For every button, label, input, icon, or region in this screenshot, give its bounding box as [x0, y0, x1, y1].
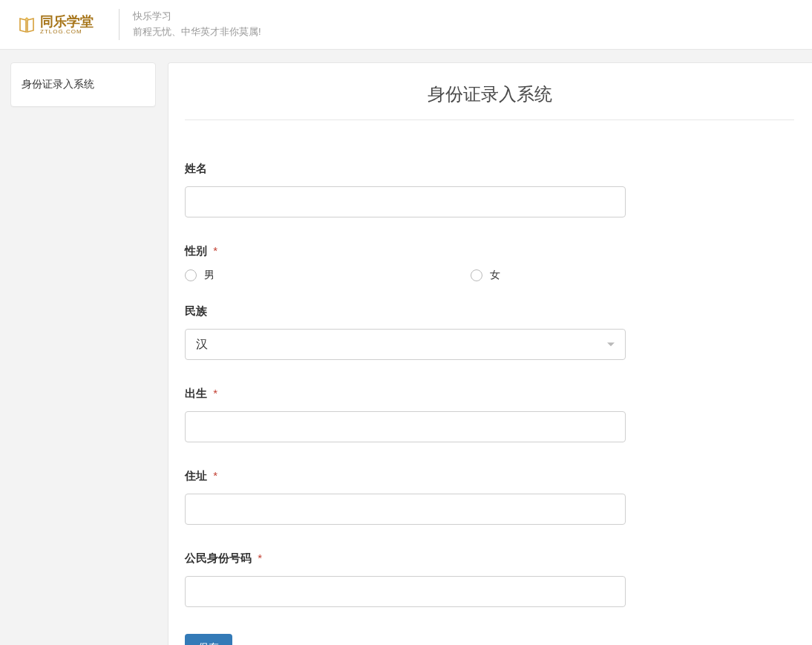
sidebar: 身份证录入系统: [10, 62, 156, 107]
slogan: 快乐学习 前程无忧、中华英才非你莫属!: [119, 9, 261, 40]
book-icon: [18, 16, 36, 33]
label-id-number: 公民身份号码 *: [185, 551, 626, 566]
main-panel: 身份证录入系统 姓名 性别 * 男 女: [168, 62, 812, 645]
label-birth-text: 出生: [185, 387, 207, 399]
slogan-line-1: 快乐学习: [133, 9, 261, 24]
logo[interactable]: 同乐学堂 ZTLOG.COM: [18, 15, 94, 35]
id-number-input[interactable]: [185, 576, 626, 607]
slogan-line-2: 前程无忧、中华英才非你莫属!: [133, 24, 261, 40]
field-ethnicity: 民族 汉: [185, 304, 626, 360]
ethnicity-selected-value: 汉: [196, 337, 208, 353]
radio-icon: [185, 269, 197, 281]
label-id-number-text: 公民身份号码: [185, 551, 252, 564]
required-mark: *: [213, 469, 217, 482]
brand-en: ZTLOG.COM: [40, 29, 94, 35]
field-address: 住址 *: [185, 469, 626, 525]
label-name: 姓名: [185, 162, 626, 176]
birth-input[interactable]: [185, 411, 626, 442]
radio-icon: [471, 269, 482, 281]
page-title: 身份证录入系统: [185, 82, 794, 120]
sidebar-item-idcard-system[interactable]: 身份证录入系统: [22, 78, 155, 91]
required-mark: *: [213, 244, 217, 257]
chevron-down-icon: [607, 343, 615, 347]
required-mark: *: [258, 551, 262, 564]
radio-label-male: 男: [204, 269, 215, 282]
header: 同乐学堂 ZTLOG.COM 快乐学习 前程无忧、中华英才非你莫属!: [0, 0, 812, 50]
label-birth: 出生 *: [185, 387, 626, 401]
label-address: 住址 *: [185, 469, 626, 483]
field-id-number: 公民身份号码 *: [185, 551, 626, 607]
body: 身份证录入系统 身份证录入系统 姓名 性别 * 男 女: [0, 50, 812, 645]
label-gender: 性别 *: [185, 244, 626, 258]
radio-option-male[interactable]: 男: [185, 269, 340, 282]
name-input[interactable]: [185, 186, 626, 217]
brand-cn: 同乐学堂: [40, 15, 94, 28]
radio-label-female: 女: [490, 269, 500, 282]
label-ethnicity: 民族: [185, 304, 626, 318]
label-address-text: 住址: [185, 469, 207, 482]
label-gender-text: 性别: [185, 244, 207, 257]
field-gender: 性别 * 男 女: [185, 244, 626, 282]
required-mark: *: [213, 387, 217, 399]
field-birth: 出生 *: [185, 387, 626, 442]
save-button[interactable]: 保存: [185, 634, 232, 645]
gender-radio-group: 男 女: [185, 269, 626, 282]
field-name: 姓名: [185, 162, 626, 217]
logo-text: 同乐学堂 ZTLOG.COM: [40, 15, 94, 35]
address-input[interactable]: [185, 494, 626, 525]
ethnicity-select[interactable]: 汉: [185, 329, 626, 360]
radio-option-female[interactable]: 女: [340, 269, 626, 282]
